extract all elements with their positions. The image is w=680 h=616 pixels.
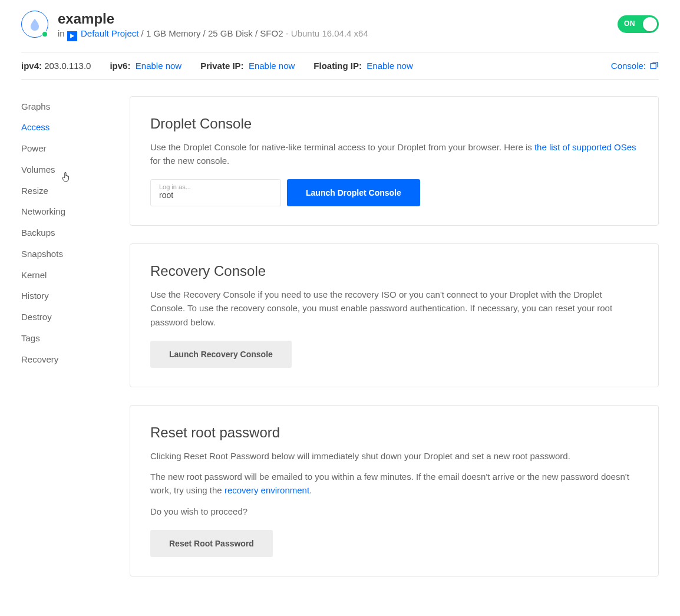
console-link[interactable]: Console: bbox=[611, 61, 659, 71]
recovery-console-desc: Use the Recovery Console if you need to … bbox=[150, 288, 638, 329]
reset-root-title: Reset root password bbox=[150, 424, 638, 441]
sidebar-nav: Graphs Access Power Volumes Resize Netwo… bbox=[21, 96, 100, 594]
private-ip-enable-link[interactable]: Enable now bbox=[249, 61, 295, 71]
sidebar-item-power[interactable]: Power bbox=[21, 138, 100, 159]
login-as-select[interactable]: Log in as... root bbox=[150, 179, 281, 206]
sidebar-item-networking[interactable]: Networking bbox=[21, 201, 100, 222]
sidebar-item-resize[interactable]: Resize bbox=[21, 180, 100, 202]
sidebar-item-recovery[interactable]: Recovery bbox=[21, 349, 100, 370]
private-ip-item: Private IP: Enable now bbox=[200, 61, 295, 71]
droplet-console-title: Droplet Console bbox=[150, 116, 638, 132]
sidebar-item-kernel[interactable]: Kernel bbox=[21, 265, 100, 286]
reset-root-p2: The new root password will be emailed to… bbox=[150, 470, 638, 498]
toggle-knob bbox=[643, 17, 657, 31]
sidebar-item-destroy[interactable]: Destroy bbox=[21, 307, 100, 328]
droplet-icon bbox=[21, 11, 48, 38]
floating-ip-enable-link[interactable]: Enable now bbox=[367, 61, 412, 71]
sidebar-item-volumes[interactable]: Volumes bbox=[21, 159, 100, 180]
ipv6-item: ipv6: Enable now bbox=[110, 61, 181, 71]
reset-root-card: Reset root password Clicking Reset Root … bbox=[130, 405, 659, 577]
recovery-console-card: Recovery Console Use the Recovery Consol… bbox=[130, 243, 659, 387]
console-icon bbox=[649, 61, 659, 70]
sidebar-item-snapshots[interactable]: Snapshots bbox=[21, 243, 100, 265]
project-link[interactable]: Default Project bbox=[81, 28, 138, 38]
project-icon bbox=[67, 31, 77, 41]
ipv6-enable-link[interactable]: Enable now bbox=[136, 61, 181, 71]
sidebar-item-backups[interactable]: Backups bbox=[21, 222, 100, 243]
launch-recovery-console-button[interactable]: Launch Recovery Console bbox=[150, 341, 292, 368]
droplet-name: example bbox=[58, 11, 368, 27]
recovery-console-title: Recovery Console bbox=[150, 263, 638, 279]
reset-root-password-button[interactable]: Reset Root Password bbox=[150, 530, 273, 557]
floating-ip-item: Floating IP: Enable now bbox=[313, 61, 412, 71]
page-header: example in Default Project / 1 GB Memory… bbox=[21, 0, 659, 52]
sidebar-item-history[interactable]: History bbox=[21, 285, 100, 307]
login-as-value: root bbox=[159, 190, 272, 200]
login-as-label: Log in as... bbox=[159, 183, 272, 190]
droplet-console-desc: Use the Droplet Console for native-like … bbox=[150, 140, 638, 168]
droplet-meta: in Default Project / 1 GB Memory / 25 GB… bbox=[58, 28, 368, 41]
ip-bar: ipv4: 203.0.113.0 ipv6: Enable now Priva… bbox=[21, 52, 659, 80]
svg-rect-0 bbox=[651, 64, 656, 69]
status-dot-icon bbox=[41, 31, 48, 38]
reset-root-p3: Do you wish to proceed? bbox=[150, 505, 638, 518]
sidebar-item-tags[interactable]: Tags bbox=[21, 328, 100, 349]
launch-droplet-console-button[interactable]: Launch Droplet Console bbox=[287, 179, 420, 206]
droplet-console-card: Droplet Console Use the Droplet Console … bbox=[130, 96, 659, 226]
sidebar-item-access[interactable]: Access bbox=[21, 117, 100, 138]
recovery-environment-link[interactable]: recovery environment bbox=[225, 485, 309, 495]
ipv4-item: ipv4: 203.0.113.0 bbox=[21, 61, 91, 71]
supported-oses-link[interactable]: the list of supported OSes bbox=[534, 142, 636, 152]
power-toggle[interactable]: ON bbox=[618, 15, 659, 33]
sidebar-item-graphs[interactable]: Graphs bbox=[21, 96, 100, 117]
reset-root-p1: Clicking Reset Root Password below will … bbox=[150, 449, 638, 463]
toggle-label: ON bbox=[624, 19, 635, 28]
